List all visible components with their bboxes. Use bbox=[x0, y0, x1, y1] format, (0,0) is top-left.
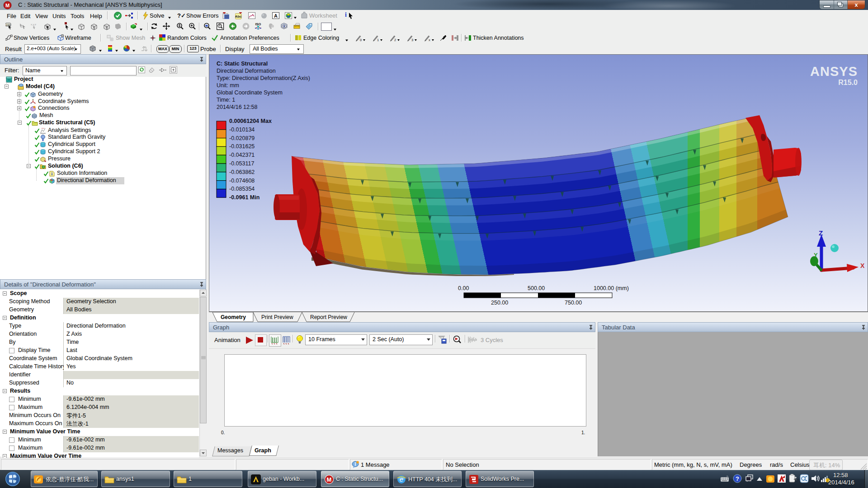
svg-text:0: 0 bbox=[360, 38, 362, 42]
svg-text:3: 3 bbox=[411, 38, 413, 42]
svg-text:M: M bbox=[327, 476, 332, 483]
svg-text:M: M bbox=[5, 3, 9, 8]
svg-text:?: ? bbox=[736, 475, 739, 482]
svg-text:ISO: ISO bbox=[255, 22, 261, 26]
svg-text:x,y,z: x,y,z bbox=[31, 23, 36, 26]
svg-text:1: 1 bbox=[377, 38, 379, 42]
svg-text:x: x bbox=[429, 38, 430, 42]
svg-text:100: 100 bbox=[6, 23, 11, 26]
svg-text:2: 2 bbox=[394, 38, 396, 42]
svg-text:A: A bbox=[274, 13, 278, 19]
svg-text:Abc: Abc bbox=[235, 14, 242, 19]
